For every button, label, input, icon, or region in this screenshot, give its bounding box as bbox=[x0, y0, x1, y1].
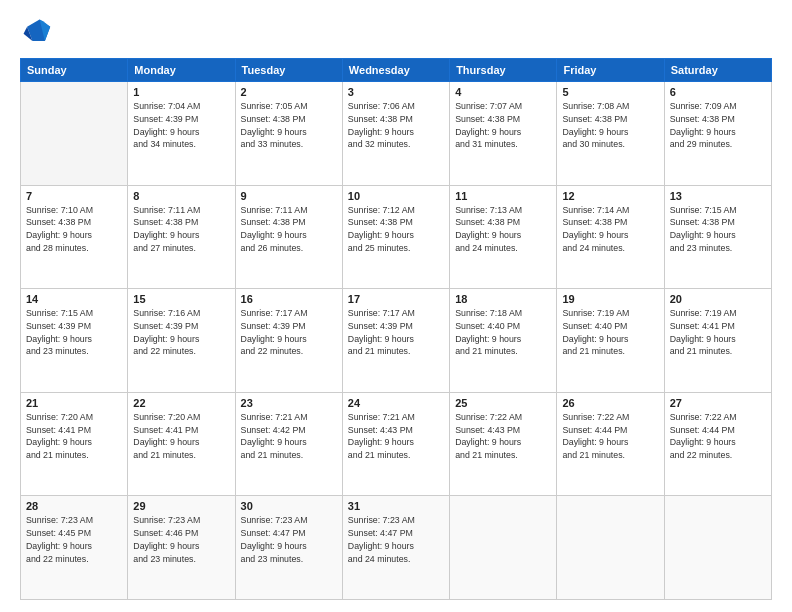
day-cell: 6Sunrise: 7:09 AM Sunset: 4:38 PM Daylig… bbox=[664, 82, 771, 186]
day-cell: 24Sunrise: 7:21 AM Sunset: 4:43 PM Dayli… bbox=[342, 392, 449, 496]
logo-icon bbox=[20, 16, 52, 48]
day-cell: 4Sunrise: 7:07 AM Sunset: 4:38 PM Daylig… bbox=[450, 82, 557, 186]
day-number: 11 bbox=[455, 190, 551, 202]
day-number: 18 bbox=[455, 293, 551, 305]
day-info: Sunrise: 7:11 AM Sunset: 4:38 PM Dayligh… bbox=[133, 204, 229, 255]
week-row-5: 28Sunrise: 7:23 AM Sunset: 4:45 PM Dayli… bbox=[21, 496, 772, 600]
day-number: 25 bbox=[455, 397, 551, 409]
day-cell: 19Sunrise: 7:19 AM Sunset: 4:40 PM Dayli… bbox=[557, 289, 664, 393]
day-info: Sunrise: 7:10 AM Sunset: 4:38 PM Dayligh… bbox=[26, 204, 122, 255]
day-info: Sunrise: 7:17 AM Sunset: 4:39 PM Dayligh… bbox=[241, 307, 337, 358]
day-cell: 3Sunrise: 7:06 AM Sunset: 4:38 PM Daylig… bbox=[342, 82, 449, 186]
day-cell: 29Sunrise: 7:23 AM Sunset: 4:46 PM Dayli… bbox=[128, 496, 235, 600]
week-row-2: 7Sunrise: 7:10 AM Sunset: 4:38 PM Daylig… bbox=[21, 185, 772, 289]
day-cell bbox=[450, 496, 557, 600]
day-cell bbox=[664, 496, 771, 600]
day-number: 7 bbox=[26, 190, 122, 202]
day-header-friday: Friday bbox=[557, 59, 664, 82]
day-info: Sunrise: 7:08 AM Sunset: 4:38 PM Dayligh… bbox=[562, 100, 658, 151]
day-cell: 7Sunrise: 7:10 AM Sunset: 4:38 PM Daylig… bbox=[21, 185, 128, 289]
day-number: 3 bbox=[348, 86, 444, 98]
day-cell: 9Sunrise: 7:11 AM Sunset: 4:38 PM Daylig… bbox=[235, 185, 342, 289]
day-number: 10 bbox=[348, 190, 444, 202]
day-cell: 28Sunrise: 7:23 AM Sunset: 4:45 PM Dayli… bbox=[21, 496, 128, 600]
day-cell: 26Sunrise: 7:22 AM Sunset: 4:44 PM Dayli… bbox=[557, 392, 664, 496]
day-number: 17 bbox=[348, 293, 444, 305]
day-cell: 18Sunrise: 7:18 AM Sunset: 4:40 PM Dayli… bbox=[450, 289, 557, 393]
day-cell: 10Sunrise: 7:12 AM Sunset: 4:38 PM Dayli… bbox=[342, 185, 449, 289]
day-number: 30 bbox=[241, 500, 337, 512]
day-number: 16 bbox=[241, 293, 337, 305]
logo bbox=[20, 16, 56, 48]
day-info: Sunrise: 7:19 AM Sunset: 4:40 PM Dayligh… bbox=[562, 307, 658, 358]
day-cell: 16Sunrise: 7:17 AM Sunset: 4:39 PM Dayli… bbox=[235, 289, 342, 393]
day-cell: 20Sunrise: 7:19 AM Sunset: 4:41 PM Dayli… bbox=[664, 289, 771, 393]
day-cell: 23Sunrise: 7:21 AM Sunset: 4:42 PM Dayli… bbox=[235, 392, 342, 496]
day-number: 1 bbox=[133, 86, 229, 98]
day-number: 26 bbox=[562, 397, 658, 409]
day-info: Sunrise: 7:23 AM Sunset: 4:47 PM Dayligh… bbox=[241, 514, 337, 565]
day-info: Sunrise: 7:23 AM Sunset: 4:46 PM Dayligh… bbox=[133, 514, 229, 565]
day-cell: 15Sunrise: 7:16 AM Sunset: 4:39 PM Dayli… bbox=[128, 289, 235, 393]
day-cell: 30Sunrise: 7:23 AM Sunset: 4:47 PM Dayli… bbox=[235, 496, 342, 600]
week-row-4: 21Sunrise: 7:20 AM Sunset: 4:41 PM Dayli… bbox=[21, 392, 772, 496]
day-info: Sunrise: 7:20 AM Sunset: 4:41 PM Dayligh… bbox=[26, 411, 122, 462]
day-number: 28 bbox=[26, 500, 122, 512]
day-cell: 2Sunrise: 7:05 AM Sunset: 4:38 PM Daylig… bbox=[235, 82, 342, 186]
day-info: Sunrise: 7:05 AM Sunset: 4:38 PM Dayligh… bbox=[241, 100, 337, 151]
week-row-3: 14Sunrise: 7:15 AM Sunset: 4:39 PM Dayli… bbox=[21, 289, 772, 393]
day-info: Sunrise: 7:22 AM Sunset: 4:43 PM Dayligh… bbox=[455, 411, 551, 462]
day-number: 12 bbox=[562, 190, 658, 202]
day-info: Sunrise: 7:13 AM Sunset: 4:38 PM Dayligh… bbox=[455, 204, 551, 255]
day-header-tuesday: Tuesday bbox=[235, 59, 342, 82]
day-number: 21 bbox=[26, 397, 122, 409]
day-number: 2 bbox=[241, 86, 337, 98]
day-number: 15 bbox=[133, 293, 229, 305]
day-cell: 31Sunrise: 7:23 AM Sunset: 4:47 PM Dayli… bbox=[342, 496, 449, 600]
day-header-sunday: Sunday bbox=[21, 59, 128, 82]
page: SundayMondayTuesdayWednesdayThursdayFrid… bbox=[0, 0, 792, 612]
day-info: Sunrise: 7:22 AM Sunset: 4:44 PM Dayligh… bbox=[670, 411, 766, 462]
day-info: Sunrise: 7:23 AM Sunset: 4:45 PM Dayligh… bbox=[26, 514, 122, 565]
day-number: 27 bbox=[670, 397, 766, 409]
day-info: Sunrise: 7:11 AM Sunset: 4:38 PM Dayligh… bbox=[241, 204, 337, 255]
day-number: 22 bbox=[133, 397, 229, 409]
day-info: Sunrise: 7:21 AM Sunset: 4:42 PM Dayligh… bbox=[241, 411, 337, 462]
day-number: 23 bbox=[241, 397, 337, 409]
day-cell: 22Sunrise: 7:20 AM Sunset: 4:41 PM Dayli… bbox=[128, 392, 235, 496]
day-cell: 12Sunrise: 7:14 AM Sunset: 4:38 PM Dayli… bbox=[557, 185, 664, 289]
day-cell: 1Sunrise: 7:04 AM Sunset: 4:39 PM Daylig… bbox=[128, 82, 235, 186]
day-info: Sunrise: 7:12 AM Sunset: 4:38 PM Dayligh… bbox=[348, 204, 444, 255]
day-info: Sunrise: 7:06 AM Sunset: 4:38 PM Dayligh… bbox=[348, 100, 444, 151]
day-cell: 11Sunrise: 7:13 AM Sunset: 4:38 PM Dayli… bbox=[450, 185, 557, 289]
day-number: 29 bbox=[133, 500, 229, 512]
day-header-wednesday: Wednesday bbox=[342, 59, 449, 82]
day-cell: 25Sunrise: 7:22 AM Sunset: 4:43 PM Dayli… bbox=[450, 392, 557, 496]
day-number: 9 bbox=[241, 190, 337, 202]
day-info: Sunrise: 7:15 AM Sunset: 4:39 PM Dayligh… bbox=[26, 307, 122, 358]
week-row-1: 1Sunrise: 7:04 AM Sunset: 4:39 PM Daylig… bbox=[21, 82, 772, 186]
day-info: Sunrise: 7:22 AM Sunset: 4:44 PM Dayligh… bbox=[562, 411, 658, 462]
day-number: 31 bbox=[348, 500, 444, 512]
day-cell: 27Sunrise: 7:22 AM Sunset: 4:44 PM Dayli… bbox=[664, 392, 771, 496]
day-info: Sunrise: 7:16 AM Sunset: 4:39 PM Dayligh… bbox=[133, 307, 229, 358]
day-cell: 17Sunrise: 7:17 AM Sunset: 4:39 PM Dayli… bbox=[342, 289, 449, 393]
day-number: 19 bbox=[562, 293, 658, 305]
day-cell: 8Sunrise: 7:11 AM Sunset: 4:38 PM Daylig… bbox=[128, 185, 235, 289]
day-info: Sunrise: 7:17 AM Sunset: 4:39 PM Dayligh… bbox=[348, 307, 444, 358]
day-header-thursday: Thursday bbox=[450, 59, 557, 82]
day-cell: 13Sunrise: 7:15 AM Sunset: 4:38 PM Dayli… bbox=[664, 185, 771, 289]
day-info: Sunrise: 7:09 AM Sunset: 4:38 PM Dayligh… bbox=[670, 100, 766, 151]
day-info: Sunrise: 7:18 AM Sunset: 4:40 PM Dayligh… bbox=[455, 307, 551, 358]
day-cell: 5Sunrise: 7:08 AM Sunset: 4:38 PM Daylig… bbox=[557, 82, 664, 186]
day-header-saturday: Saturday bbox=[664, 59, 771, 82]
day-cell: 14Sunrise: 7:15 AM Sunset: 4:39 PM Dayli… bbox=[21, 289, 128, 393]
day-info: Sunrise: 7:14 AM Sunset: 4:38 PM Dayligh… bbox=[562, 204, 658, 255]
day-number: 6 bbox=[670, 86, 766, 98]
header bbox=[20, 16, 772, 48]
day-number: 5 bbox=[562, 86, 658, 98]
day-number: 24 bbox=[348, 397, 444, 409]
day-info: Sunrise: 7:15 AM Sunset: 4:38 PM Dayligh… bbox=[670, 204, 766, 255]
header-row: SundayMondayTuesdayWednesdayThursdayFrid… bbox=[21, 59, 772, 82]
day-header-monday: Monday bbox=[128, 59, 235, 82]
